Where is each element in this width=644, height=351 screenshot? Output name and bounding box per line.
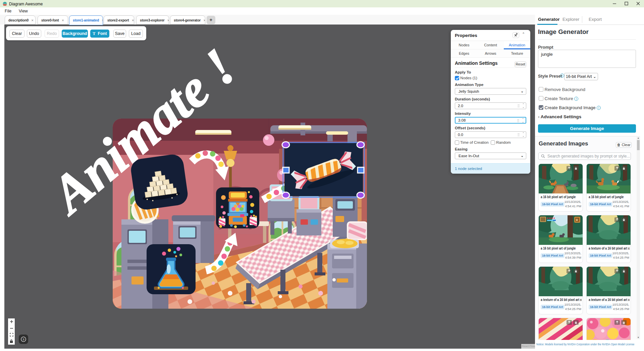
svg-text:Animate !: Animate ! — [61, 45, 246, 226]
svg-text:?: ? — [22, 338, 24, 341]
